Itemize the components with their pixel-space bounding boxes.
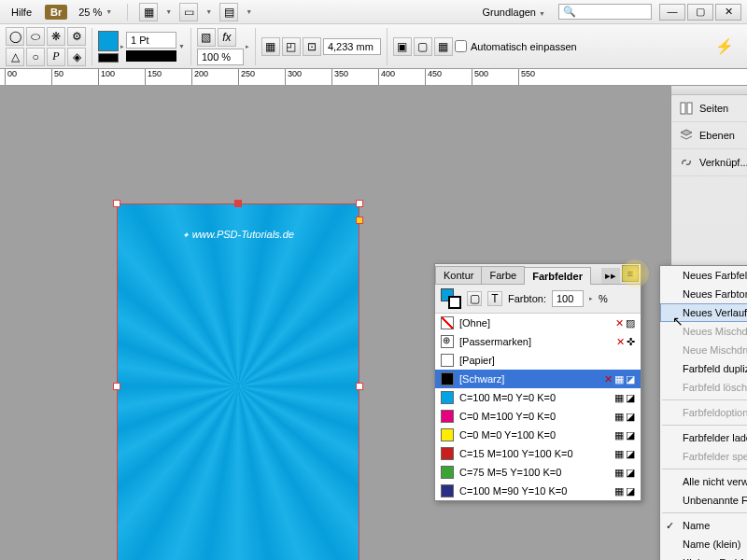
swatch-row[interactable]: [Passermarken]✕✜	[435, 332, 641, 351]
svg-rect-0	[681, 103, 685, 114]
menu-item: Farbfelder spei	[660, 447, 747, 466]
selection-handle[interactable]	[234, 200, 242, 207]
view-options-button[interactable]: ▦	[139, 3, 158, 21]
tab-color[interactable]: Farbe	[481, 266, 525, 284]
menu-item[interactable]: Farbfeld dupliz	[660, 359, 747, 378]
zoom-control[interactable]: 25 % ▼	[75, 5, 116, 20]
lock-icon: ▨	[626, 317, 635, 329]
swatch-chip	[441, 428, 454, 441]
live-corner-handle[interactable]	[356, 217, 363, 224]
menu-item[interactable]: Kleines Farbfel	[660, 553, 747, 560]
stroke-weight-field[interactable]: 1 Pt	[126, 32, 176, 49]
search-input[interactable]: 🔍	[558, 4, 652, 20]
bridge-button[interactable]: Br	[45, 5, 67, 20]
selection-handle[interactable]	[113, 200, 120, 207]
fill-stroke-proxy[interactable]	[441, 288, 461, 309]
swatch-row[interactable]: C=100 M=90 Y=10 K=0▦◪	[435, 482, 641, 500]
cmyk-icon: ◪	[626, 392, 635, 404]
swatch-row[interactable]: [Papier]	[435, 351, 641, 370]
tool-icon[interactable]: ○	[26, 48, 45, 66]
tool-icon[interactable]: ❋	[47, 27, 65, 46]
fx-button[interactable]: fx	[218, 28, 236, 47]
process-icon: ▦	[614, 448, 624, 460]
search-icon: 🔍	[563, 6, 576, 18]
fit-button[interactable]: ▢	[414, 37, 432, 56]
menu-item[interactable]: Alle nicht verw	[660, 472, 747, 491]
type-tool-icon[interactable]: P	[47, 48, 65, 66]
cmyk-icon: ◪	[626, 485, 635, 497]
menu-item: Neues Mischdru	[660, 322, 747, 341]
process-icon: ▦	[614, 411, 624, 423]
swatch-row[interactable]: [Ohne]✕▨	[435, 314, 641, 332]
swatch-name: C=100 M=90 Y=10 K=0	[459, 485, 609, 497]
autofit-checkbox[interactable]	[455, 40, 467, 52]
close-button[interactable]: ✕	[715, 4, 741, 21]
corner-button[interactable]: ◰	[282, 37, 301, 56]
swatch-chip	[441, 372, 454, 385]
frame-button[interactable]: ⊡	[303, 37, 321, 56]
swatch-row[interactable]: [Schwarz]✕▦◪	[435, 370, 641, 388]
menu-item[interactable]: Neues Farbtonf	[660, 285, 747, 303]
artboard[interactable]: ✦ www.PSD-Tutorials.de	[117, 203, 359, 560]
panel-flyout-menu: Neues FarbfeldNeues FarbtonfNeues Verlau…	[659, 265, 747, 560]
stroke-color[interactable]	[98, 53, 119, 63]
measure-field[interactable]: 4,233 mm	[323, 38, 381, 55]
arrange-button[interactable]: ▤	[219, 3, 238, 21]
swatch-row[interactable]: C=15 M=100 Y=100 K=0▦◪	[435, 444, 641, 463]
minimize-button[interactable]: —	[659, 4, 685, 21]
opacity-field[interactable]: 100 %	[197, 49, 244, 65]
swatch-name: [Schwarz]	[459, 373, 599, 385]
panel-menu-button[interactable]: ≡	[622, 265, 639, 282]
menubar: Hilfe Br 25 % ▼ ▦▼ ▭▼ ▤▼ Grundlagen ▼ 🔍 …	[0, 0, 747, 24]
menu-item[interactable]: Neues Verlaufs	[660, 303, 747, 322]
fit-button[interactable]: ▣	[393, 37, 412, 56]
canvas[interactable]: ✦ www.PSD-Tutorials.de Seiten Ebenen Ver…	[0, 86, 747, 560]
swatch-row[interactable]: C=75 M=5 Y=100 K=0▦◪	[435, 463, 641, 482]
menu-item[interactable]: Name (klein)	[660, 535, 747, 553]
fit-button[interactable]: ▦	[434, 37, 453, 56]
menu-item[interactable]: ✓Name	[660, 516, 747, 535]
tool-icon[interactable]: ◯	[6, 27, 24, 46]
tool-icon[interactable]: △	[6, 48, 24, 66]
tool-icon[interactable]: ⚙	[67, 27, 86, 46]
autofit-label: Automatisch einpassen	[471, 41, 577, 52]
menu-item[interactable]: Neues Farbfeld	[660, 266, 747, 285]
menu-item[interactable]: Farbfelder lade	[660, 428, 747, 447]
swatch-name: C=15 M=100 Y=100 K=0	[459, 448, 609, 459]
swatch-row[interactable]: C=0 M=100 Y=0 K=0▦◪	[435, 407, 641, 426]
container-formatting-icon[interactable]: ▢	[467, 291, 482, 306]
tabs-expand-icon[interactable]: ▸▸	[601, 268, 620, 284]
tool-icon[interactable]: ⬭	[26, 27, 45, 46]
tint-field[interactable]	[552, 290, 584, 307]
swatch-row[interactable]: C=100 M=0 Y=0 K=0▦◪	[435, 388, 641, 407]
swatch-row[interactable]: C=0 M=0 Y=100 K=0▦◪	[435, 426, 641, 444]
swatch-chip	[441, 466, 454, 479]
cmyk-icon: ◪	[626, 373, 635, 385]
swatch-chip	[441, 484, 454, 497]
menu-item[interactable]: Unbenannte Fa	[660, 491, 747, 510]
wrap-button[interactable]: ▦	[261, 37, 280, 56]
screen-mode-button[interactable]: ▭	[179, 3, 198, 21]
pages-panel-button[interactable]: Seiten	[671, 95, 747, 122]
lightning-icon[interactable]: ⚡	[708, 37, 741, 55]
effects-button[interactable]: ▧	[197, 28, 216, 47]
help-menu[interactable]: Hilfe	[6, 5, 37, 20]
process-icon: ▦	[614, 429, 624, 441]
process-icon: ▦	[614, 467, 624, 479]
text-formatting-icon[interactable]: T	[487, 291, 502, 306]
selection-handle[interactable]	[356, 200, 363, 207]
workspace-switcher[interactable]: Grundlagen ▼	[477, 5, 552, 20]
dock-grip[interactable]	[671, 86, 747, 95]
horizontal-ruler: 0050100150200250300350400450500550	[0, 69, 747, 86]
links-panel-button[interactable]: Verknüpf...	[671, 149, 747, 176]
layers-panel-button[interactable]: Ebenen	[671, 122, 747, 149]
maximize-button[interactable]: ▢	[687, 4, 713, 21]
tab-swatches[interactable]: Farbfelder	[524, 267, 591, 285]
tint-slider-icon[interactable]: ▸	[589, 295, 593, 302]
selection-handle[interactable]	[113, 383, 120, 390]
menu-item: Farbfeld lösche	[660, 378, 747, 397]
tab-stroke[interactable]: Kontur	[435, 266, 482, 284]
tool-icon[interactable]: ◈	[67, 48, 86, 66]
fill-color[interactable]	[98, 31, 119, 51]
selection-handle[interactable]	[356, 383, 363, 390]
